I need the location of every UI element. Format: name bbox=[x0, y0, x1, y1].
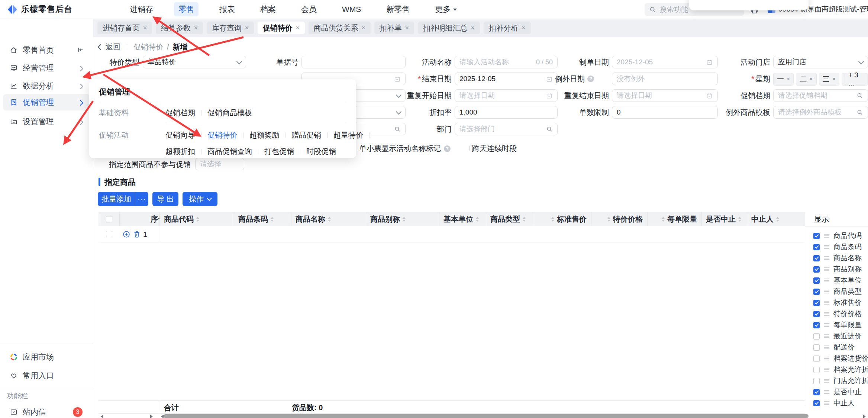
column-visibility-checkbox[interactable] bbox=[813, 244, 820, 250]
sidebar-item-app-market[interactable]: 应用市场 bbox=[0, 349, 93, 365]
nav-menu-item[interactable]: 报表 bbox=[215, 2, 239, 16]
popup-menu-link[interactable]: 超额折扣 bbox=[165, 147, 195, 155]
popup-menu-link[interactable]: 赠品促销 bbox=[291, 131, 321, 139]
page-tab[interactable]: 扣补单× bbox=[374, 22, 414, 34]
repeat-start-input[interactable]: 请选择日期 bbox=[455, 89, 558, 102]
scroll-left-icon[interactable] bbox=[159, 415, 164, 418]
nav-menu-item[interactable]: 进销存 bbox=[125, 2, 158, 16]
column-visibility-checkbox[interactable] bbox=[813, 378, 820, 384]
popup-menu-link[interactable]: 促销向导 bbox=[165, 131, 195, 139]
popup-menu-link[interactable]: 打包促销 bbox=[264, 147, 294, 155]
sort-icon[interactable] bbox=[523, 217, 526, 222]
close-icon[interactable]: × bbox=[296, 24, 300, 32]
sidebar-item-favorites[interactable]: 常用入口 bbox=[0, 367, 93, 384]
col-header[interactable]: 商品条码 bbox=[234, 212, 291, 226]
drag-handle-icon[interactable] bbox=[824, 300, 829, 305]
batch-add-button[interactable]: 批量添加 ··· bbox=[98, 192, 148, 206]
column-visibility-checkbox[interactable] bbox=[813, 311, 820, 317]
sort-icon[interactable] bbox=[776, 217, 779, 222]
column-visibility-checkbox[interactable] bbox=[813, 255, 820, 261]
nav-menu-item[interactable]: WMS bbox=[338, 2, 365, 16]
row-checkbox[interactable] bbox=[106, 231, 112, 237]
drag-handle-icon[interactable] bbox=[824, 379, 829, 383]
column-visibility-checkbox[interactable] bbox=[813, 389, 820, 395]
export-button[interactable]: 导 出 bbox=[152, 192, 178, 206]
horizontal-scrollbar[interactable] bbox=[164, 414, 809, 418]
exclude-range-input[interactable]: 请选择 bbox=[195, 158, 244, 170]
drag-handle-icon[interactable] bbox=[824, 390, 829, 394]
drag-handle-icon[interactable] bbox=[824, 245, 829, 249]
page-tab[interactable]: 商品供货关系× bbox=[309, 22, 371, 34]
col-header[interactable]: 特价价格 bbox=[591, 212, 648, 226]
scroll-right-icon[interactable] bbox=[863, 415, 868, 418]
back-link[interactable]: 返回 bbox=[106, 42, 120, 52]
col-header[interactable]: 中止人 bbox=[747, 212, 805, 226]
exception-date-input[interactable]: 没有例外 bbox=[612, 73, 718, 85]
page-tab[interactable]: 扣补分析× bbox=[484, 22, 531, 34]
page-tab[interactable]: 扣补明细汇总× bbox=[418, 22, 480, 34]
column-visibility-checkbox[interactable] bbox=[813, 322, 820, 328]
drag-handle-icon[interactable] bbox=[824, 234, 829, 238]
drag-handle-icon[interactable] bbox=[824, 401, 829, 405]
popup-menu-link[interactable]: 超量特价 bbox=[333, 131, 363, 139]
page-tab[interactable]: 库存查询× bbox=[207, 22, 254, 34]
scroll-right-icon[interactable] bbox=[150, 415, 155, 418]
nav-menu-item[interactable]: 更多 bbox=[430, 2, 461, 16]
department-input[interactable]: 请选择部门 bbox=[455, 123, 558, 135]
close-icon[interactable]: × bbox=[143, 24, 147, 32]
week-more-tag[interactable]: + 3 ... bbox=[845, 73, 868, 86]
col-header[interactable]: 标准售价 bbox=[533, 212, 591, 226]
column-visibility-checkbox[interactable] bbox=[813, 266, 820, 273]
batch-add-more-button[interactable]: ··· bbox=[135, 192, 148, 206]
page-tab[interactable]: 结算参数× bbox=[156, 22, 203, 34]
column-visibility-checkbox[interactable] bbox=[813, 367, 820, 373]
popup-menu-link[interactable]: 商品促销查询 bbox=[207, 147, 252, 155]
breadcrumb-parent[interactable]: 促销特价 bbox=[133, 42, 163, 52]
nav-menu-item[interactable]: 零售 bbox=[174, 2, 199, 16]
week-tag[interactable]: 二× bbox=[796, 73, 816, 86]
popup-menu-link[interactable]: 时段促销 bbox=[306, 147, 336, 155]
scroll-left-icon[interactable] bbox=[99, 415, 103, 418]
discount-rate-input[interactable]: 1.000 bbox=[455, 106, 558, 119]
help-icon[interactable]: ? bbox=[587, 75, 594, 82]
sort-icon[interactable] bbox=[328, 217, 331, 222]
popup-menu-link[interactable]: 促销特价 bbox=[207, 131, 237, 139]
week-tag[interactable]: 一× bbox=[773, 73, 794, 86]
nav-menu-item[interactable]: 新零售 bbox=[382, 2, 414, 16]
column-visibility-checkbox[interactable] bbox=[813, 289, 820, 295]
drag-handle-icon[interactable] bbox=[824, 267, 829, 271]
col-header[interactable]: 基本单位 bbox=[439, 212, 486, 226]
column-visibility-checkbox[interactable] bbox=[813, 356, 820, 362]
sort-icon[interactable] bbox=[196, 217, 199, 222]
sort-icon[interactable] bbox=[662, 217, 665, 222]
drag-handle-icon[interactable] bbox=[824, 367, 829, 372]
close-icon[interactable]: × bbox=[245, 24, 249, 32]
sort-icon[interactable] bbox=[551, 217, 554, 222]
drag-handle-icon[interactable] bbox=[824, 334, 829, 338]
close-icon[interactable]: × bbox=[471, 24, 475, 32]
close-icon[interactable]: × bbox=[194, 24, 198, 32]
week-tag[interactable]: 三× bbox=[819, 73, 839, 86]
popup-menu-link[interactable]: 促销商品模板 bbox=[207, 109, 252, 117]
col-header[interactable]: 商品别称 bbox=[366, 212, 439, 226]
special-type-select[interactable]: 单品特价 bbox=[143, 56, 246, 68]
nav-menu-item[interactable]: 会员 bbox=[297, 2, 321, 16]
popup-menu-link[interactable]: 超额奖励 bbox=[249, 131, 279, 139]
remove-tag-icon[interactable]: × bbox=[832, 76, 836, 83]
col-header[interactable]: 商品代码 bbox=[160, 212, 234, 226]
col-header[interactable]: 每单限量 bbox=[648, 212, 702, 226]
nav-menu-item[interactable]: 档案 bbox=[256, 2, 280, 16]
drag-handle-icon[interactable] bbox=[824, 345, 829, 350]
col-header[interactable]: 商品名称 bbox=[291, 212, 366, 226]
close-icon[interactable]: × bbox=[405, 24, 409, 32]
drag-handle-icon[interactable] bbox=[824, 278, 829, 283]
column-visibility-checkbox[interactable] bbox=[813, 277, 820, 284]
drag-handle-icon[interactable] bbox=[824, 256, 829, 260]
close-icon[interactable]: × bbox=[522, 24, 526, 32]
column-visibility-checkbox[interactable] bbox=[813, 233, 820, 239]
collapse-sidebar-icon[interactable] bbox=[77, 46, 85, 54]
sort-icon[interactable] bbox=[607, 217, 610, 222]
sort-icon[interactable] bbox=[738, 217, 741, 222]
drag-handle-icon[interactable] bbox=[824, 323, 829, 327]
activity-store-select[interactable]: 应用门店 bbox=[773, 56, 868, 68]
